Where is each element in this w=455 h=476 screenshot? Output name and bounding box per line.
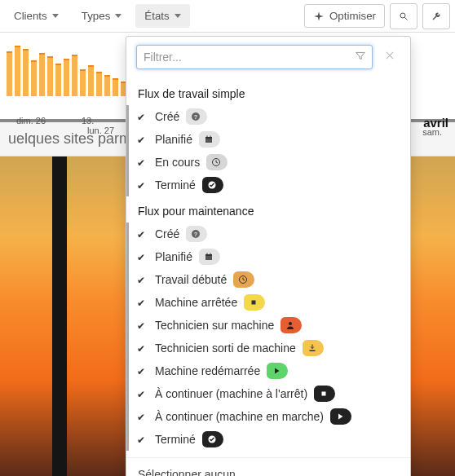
state-item-technicien-sorti[interactable]: Technicien sorti de machine <box>126 337 410 359</box>
clock-icon <box>238 275 248 284</box>
top-toolbar: Clients Types États Optimiser <box>0 0 455 33</box>
svg-text:?: ? <box>194 231 197 237</box>
check-icon <box>137 342 148 354</box>
check-icon <box>137 179 148 191</box>
status-badge <box>206 154 228 170</box>
state-label: À continuer (machine en marche) <box>155 410 324 423</box>
clients-label: Clients <box>14 10 47 22</box>
svg-rect-28 <box>322 392 326 396</box>
status-badge <box>202 431 223 447</box>
stop-icon <box>249 298 258 307</box>
calendar-icon <box>204 134 214 144</box>
page-title-text: uelques sites parmi <box>8 130 135 147</box>
svg-rect-18 <box>205 254 212 256</box>
state-item-machine-redemarree[interactable]: Machine redémarrée <box>126 359 410 382</box>
check-icon <box>137 156 148 168</box>
chart-label: sam. <box>422 127 442 137</box>
optimize-button[interactable]: Optimiser <box>304 4 385 28</box>
caret-icon <box>115 14 121 18</box>
stop-icon <box>319 389 329 399</box>
chart-label: dim. 26 <box>16 116 46 126</box>
state-label: En cours <box>155 156 200 169</box>
types-label: Types <box>82 10 111 22</box>
svg-marker-27 <box>275 368 280 374</box>
state-label: Machine arrêtée <box>155 296 237 309</box>
state-label: Créé <box>155 227 179 240</box>
filter-wrap <box>136 45 373 69</box>
state-item-machine-arretee[interactable]: Machine arrêtée <box>126 291 410 314</box>
category-maintenance: Flux pour maintenance <box>126 196 410 223</box>
etats-label: États <box>144 10 169 22</box>
download-icon <box>307 343 317 353</box>
svg-line-23 <box>243 280 245 280</box>
svg-point-25 <box>289 322 292 325</box>
question-icon: ? <box>191 229 201 239</box>
play-icon <box>335 412 345 421</box>
question-icon: ? <box>191 112 201 121</box>
state-label: Créé <box>155 110 179 123</box>
state-label: À continuer (machine à l'arrêt) <box>155 387 307 400</box>
chart-label: 13. <box>82 116 94 126</box>
close-icon[interactable] <box>379 48 400 66</box>
state-item-a-continuer-marche[interactable]: À continuer (machine en marche) <box>126 405 410 428</box>
check-icon <box>137 388 148 399</box>
etats-dropdown-panel: Flux de travail simple Créé ? Planifié E… <box>126 36 411 476</box>
turbine-silhouette <box>52 156 67 476</box>
select-none-label: Sélectionner aucun <box>138 468 236 476</box>
state-item-termine[interactable]: Terminé <box>126 174 410 196</box>
wrench-icon <box>431 11 441 22</box>
svg-line-13 <box>216 162 218 163</box>
status-badge <box>267 363 288 379</box>
filter-icon <box>355 51 366 64</box>
check-circle-icon <box>207 180 217 190</box>
state-item-a-continuer-arret[interactable]: À continuer (machine à l'arrêt) <box>126 382 410 405</box>
filter-input[interactable] <box>136 45 373 69</box>
check-icon <box>137 434 148 445</box>
caret-icon <box>174 14 181 18</box>
state-item-cree[interactable]: Créé ? <box>126 105 410 128</box>
state-item-planifie-2[interactable]: Planifié <box>126 245 410 268</box>
state-label: Terminé <box>155 178 196 192</box>
state-label: Terminé <box>155 433 196 446</box>
state-item-cree-2[interactable]: Créé ? <box>126 223 410 245</box>
status-badge <box>281 317 302 333</box>
tools-button[interactable] <box>422 3 450 29</box>
svg-marker-0 <box>314 11 324 21</box>
svg-line-2 <box>405 17 408 20</box>
clients-dropdown[interactable]: Clients <box>5 4 68 28</box>
status-badge <box>330 408 351 425</box>
state-label: Machine redémarrée <box>155 364 260 377</box>
status-badge: ? <box>186 108 207 125</box>
play-icon <box>272 366 281 376</box>
svg-text:?: ? <box>194 114 197 120</box>
types-dropdown[interactable]: Types <box>73 4 131 28</box>
check-icon <box>137 411 148 422</box>
check-icon <box>137 134 148 145</box>
svg-rect-9 <box>206 136 207 138</box>
select-none-button[interactable]: Sélectionner aucun <box>126 457 410 476</box>
state-item-encours[interactable]: En cours <box>126 151 410 174</box>
state-item-planifie[interactable]: Planifié <box>126 128 410 151</box>
svg-rect-20 <box>210 253 210 255</box>
chart-label: lun. 27 <box>87 126 114 135</box>
state-item-termine-2[interactable]: Terminé <box>126 428 410 451</box>
check-icon <box>137 297 148 308</box>
search-icon <box>399 11 409 22</box>
person-icon <box>285 320 295 330</box>
svg-rect-19 <box>206 253 207 255</box>
state-item-technicien-sur-machine[interactable]: Technicien sur machine <box>126 314 410 337</box>
svg-marker-29 <box>338 414 343 420</box>
state-item-travail-debute[interactable]: Travail débuté <box>126 268 410 291</box>
check-icon <box>137 228 148 240</box>
category-simple: Flux de travail simple <box>126 79 410 105</box>
svg-point-1 <box>400 13 405 18</box>
status-badge <box>202 177 223 193</box>
search-button[interactable] <box>390 3 417 29</box>
optimize-label: Optimiser <box>329 10 376 22</box>
clock-icon <box>211 157 221 167</box>
svg-rect-8 <box>205 137 212 139</box>
calendar-icon <box>204 252 214 262</box>
svg-rect-24 <box>252 301 256 305</box>
etats-dropdown[interactable]: États <box>135 4 189 28</box>
check-icon <box>137 274 148 285</box>
